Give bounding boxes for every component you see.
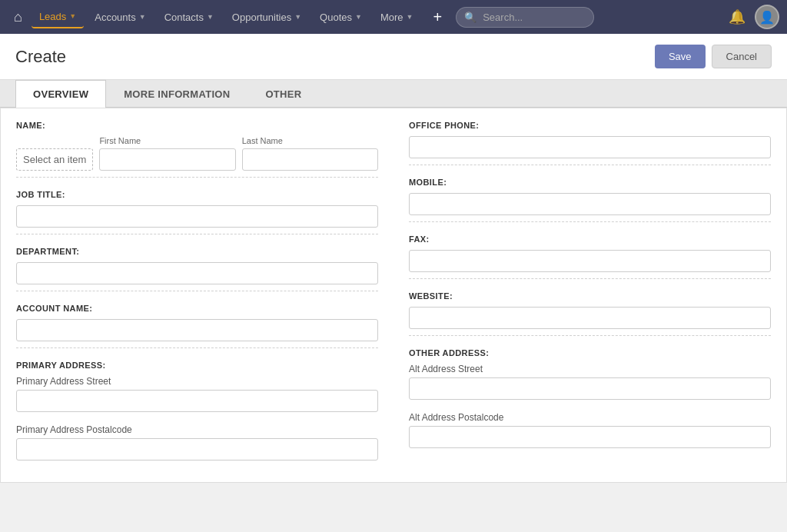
fax-input[interactable]	[409, 250, 771, 272]
tab-other[interactable]: OTHER	[247, 80, 319, 108]
account-name-section: ACCOUNT NAME:	[16, 291, 378, 348]
primary-address-section: PRIMARY ADDRESS: Primary Address Street …	[16, 348, 378, 467]
navbar: ⌂ Leads ▼ Accounts ▼ Contacts ▼ Opportun…	[0, 0, 787, 34]
alt-postal-label: Alt Address Postalcode	[409, 412, 771, 423]
last-name-input[interactable]	[242, 148, 378, 171]
tab-overview[interactable]: OVERVIEW	[15, 80, 106, 108]
page-header: Create Save Cancel	[0, 34, 787, 80]
search-bar: 🔍	[456, 7, 594, 28]
opportunities-chevron-icon: ▼	[294, 13, 301, 21]
cancel-button[interactable]: Cancel	[712, 45, 772, 68]
alt-street-label: Alt Address Street	[409, 364, 771, 374]
primary-postal-input[interactable]	[16, 438, 378, 461]
office-phone-section: OFFICE PHONE:	[409, 108, 771, 165]
website-section: WEBSITE:	[409, 279, 771, 336]
website-label: WEBSITE:	[409, 291, 771, 301]
last-name-field: Last Name	[242, 136, 378, 171]
last-name-label: Last Name	[242, 136, 378, 145]
nav-icons: 🔔 👤	[726, 5, 779, 29]
office-phone-label: OFFICE PHONE:	[409, 121, 771, 130]
fax-label: FAX:	[409, 234, 771, 244]
nav-quotes-label: Quotes	[320, 12, 352, 23]
tab-more-information[interactable]: MORE INFORMATION	[106, 80, 247, 108]
form-right-column: OFFICE PHONE: MOBILE: FAX: WEBSITE:	[409, 108, 771, 467]
first-name-field: First Name	[99, 136, 235, 171]
nav-accounts-label: Accounts	[95, 12, 135, 23]
job-title-section: JOB TITLE:	[16, 178, 378, 234]
primary-address-label: PRIMARY ADDRESS:	[16, 361, 378, 370]
first-name-label: First Name	[99, 136, 235, 145]
user-avatar[interactable]: 👤	[755, 5, 779, 29]
name-label: NAME:	[16, 121, 378, 130]
job-title-input[interactable]	[16, 205, 378, 228]
accounts-chevron-icon: ▼	[139, 13, 146, 21]
department-label: DEPARTMENT:	[16, 247, 378, 256]
name-row: Select an item First Name Last Name	[16, 136, 378, 171]
nav-opportunities-label: Opportunities	[232, 12, 291, 23]
nav-more-label: More	[380, 12, 403, 23]
nav-item-contacts[interactable]: Contacts ▼	[157, 7, 221, 28]
form-area: NAME: Select an item First Name Last Nam…	[0, 108, 787, 483]
department-input[interactable]	[16, 262, 378, 284]
other-address-section: OTHER ADDRESS: Alt Address Street Alt Ad…	[409, 336, 771, 454]
notifications-button[interactable]: 🔔	[726, 5, 749, 28]
other-address-label: OTHER ADDRESS:	[409, 348, 771, 357]
office-phone-input[interactable]	[409, 136, 771, 158]
nav-item-quotes[interactable]: Quotes ▼	[312, 7, 370, 28]
contacts-chevron-icon: ▼	[207, 13, 214, 21]
account-name-label: ACCOUNT NAME:	[16, 304, 378, 313]
search-input[interactable]	[483, 12, 583, 23]
leads-chevron-icon: ▼	[69, 12, 76, 20]
name-section: NAME: Select an item First Name Last Nam…	[16, 108, 378, 178]
name-title-select[interactable]: Select an item	[16, 148, 93, 171]
job-title-label: JOB TITLE:	[16, 190, 378, 199]
save-button[interactable]: Save	[655, 45, 706, 68]
alt-street-input[interactable]	[409, 377, 771, 400]
primary-street-label: Primary Address Street	[16, 376, 378, 387]
name-title-wrapper: Select an item	[16, 148, 93, 171]
more-chevron-icon: ▼	[407, 13, 413, 21]
nav-contacts-label: Contacts	[164, 12, 204, 23]
primary-postal-label: Primary Address Postalcode	[16, 424, 378, 435]
mobile-section: MOBILE:	[409, 165, 771, 222]
first-name-input[interactable]	[99, 148, 235, 171]
quotes-chevron-icon: ▼	[355, 13, 362, 21]
nav-item-opportunities[interactable]: Opportunities ▼	[224, 7, 309, 28]
fax-section: FAX:	[409, 222, 771, 279]
primary-street-input[interactable]	[16, 390, 378, 412]
header-actions: Save Cancel	[655, 45, 772, 68]
website-input[interactable]	[409, 307, 771, 329]
form-left-column: NAME: Select an item First Name Last Nam…	[16, 108, 378, 467]
nav-item-leads[interactable]: Leads ▼	[32, 6, 84, 28]
nav-item-more[interactable]: More ▼	[373, 7, 421, 28]
tabs: OVERVIEW MORE INFORMATION OTHER	[0, 80, 787, 108]
nav-item-accounts[interactable]: Accounts ▼	[87, 7, 153, 28]
search-icon: 🔍	[464, 12, 477, 23]
form-columns: NAME: Select an item First Name Last Nam…	[16, 108, 771, 467]
nav-leads-label: Leads	[39, 11, 66, 22]
account-name-input[interactable]	[16, 319, 378, 341]
user-icon: 👤	[759, 10, 775, 25]
home-button[interactable]: ⌂	[8, 6, 28, 28]
mobile-label: MOBILE:	[409, 178, 771, 187]
page-title: Create	[15, 47, 66, 67]
page-content: Create Save Cancel OVERVIEW MORE INFORMA…	[0, 34, 787, 532]
department-section: DEPARTMENT:	[16, 234, 378, 291]
add-button[interactable]: +	[427, 5, 449, 29]
alt-postal-input[interactable]	[409, 426, 771, 448]
mobile-input[interactable]	[409, 193, 771, 215]
